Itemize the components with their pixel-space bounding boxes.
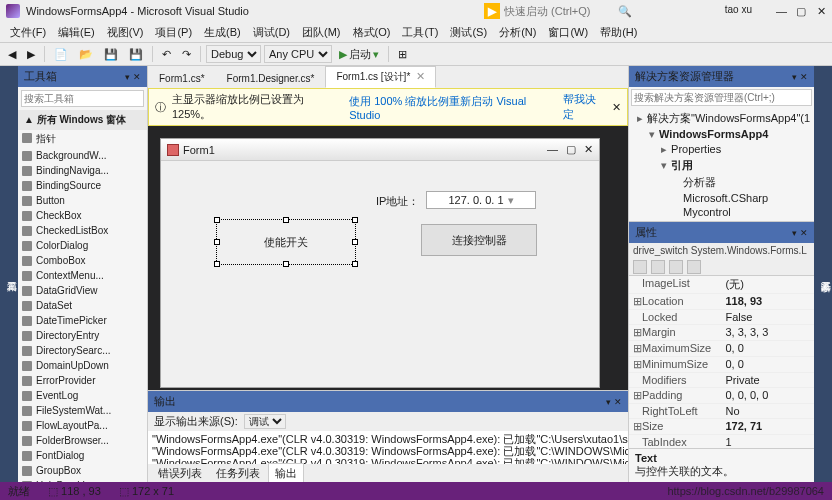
property-row[interactable]: ⊞Padding0, 0, 0, 0 [629,388,814,404]
document-tab[interactable]: Form1.cs* [148,69,216,88]
menu-item[interactable]: 编辑(E) [52,23,101,42]
connect-button[interactable]: 连接控制器 [421,224,537,256]
alpha-icon[interactable] [651,260,665,274]
property-row[interactable]: ⊞Location118, 93 [629,294,814,310]
properties-object[interactable]: drive_switch System.Windows.Forms.L [629,243,814,258]
drive-switch-control[interactable]: 使能开关 [216,219,356,265]
tree-node[interactable]: ▸ 解决方案"WindowsFormsApp4"(1 [631,110,812,127]
open-icon[interactable]: 📂 [75,46,97,63]
toolbox-item[interactable]: DataGridView [18,283,147,298]
close-icon[interactable]: ✕ [816,5,826,18]
output-source-select[interactable]: 调试 [244,414,286,429]
toolbox-item[interactable]: CheckedListBox [18,223,147,238]
form1[interactable]: Form1 —▢✕ IP地址： 127. 0. 0. 1▾ 连接控制器 使能开关 [160,138,600,388]
toolbox-category[interactable]: ▲ 所有 Windows 窗体 [18,110,147,130]
toolbox-item[interactable]: Button [18,193,147,208]
pin-icon[interactable]: ▾ ✕ [792,72,808,82]
left-rail-toolbox[interactable]: 工具箱 [0,66,18,482]
menu-item[interactable]: 团队(M) [296,23,347,42]
property-row[interactable]: TabIndex1 [629,435,814,448]
menu-item[interactable]: 文件(F) [4,23,52,42]
quick-launch[interactable]: ▶ 🔍 [484,0,632,22]
minimize-icon[interactable]: — [776,5,786,18]
toolbox-item[interactable]: DirectorySearc... [18,343,147,358]
toolbox-item[interactable]: FlowLayoutPa... [18,418,147,433]
toolbox-item[interactable]: CheckBox [18,208,147,223]
toolbox-item[interactable]: BackgroundW... [18,148,147,163]
tab-tasks[interactable]: 任务列表 [210,464,266,483]
categorize-icon[interactable] [633,260,647,274]
property-row[interactable]: ⊞MaximumSize0, 0 [629,341,814,357]
menu-item[interactable]: 视图(V) [101,23,150,42]
save-icon[interactable]: 💾 [100,46,122,63]
toolbox-item[interactable]: BindingNaviga... [18,163,147,178]
tab-errorlist[interactable]: 错误列表 [152,464,208,483]
toolbox-item[interactable]: ContextMenu... [18,268,147,283]
property-row[interactable]: RightToLeftNo [629,404,814,419]
property-row[interactable]: LockedFalse [629,310,814,325]
menu-item[interactable]: 生成(B) [198,23,247,42]
toolbox-item[interactable]: DomainUpDown [18,358,147,373]
tab-output[interactable]: 输出 [268,463,304,483]
pin-icon[interactable]: ▾ ✕ [792,228,808,238]
tree-node[interactable]: ▾ 引用 [631,157,812,174]
toolbox-item[interactable]: GroupBox [18,463,147,478]
toolbox-item[interactable]: BindingSource [18,178,147,193]
tree-node[interactable]: Microsoft.CSharp [631,191,812,205]
platform-select[interactable]: Any CPU [264,45,332,63]
maximize-icon[interactable]: ▢ [796,5,806,18]
toolbox-item[interactable]: DataSet [18,298,147,313]
search-icon[interactable]: 🔍 [618,5,632,18]
toolbox-search[interactable] [21,90,144,107]
toolbox-item[interactable]: 指针 [18,130,147,148]
tree-node[interactable]: Mycontrol [631,205,812,219]
ip-label[interactable]: IP地址： [376,194,419,209]
right-rail[interactable]: 诊断工具 [814,66,832,482]
ip-input[interactable]: 127. 0. 0. 1▾ [426,191,536,209]
toolbox-item[interactable]: FileSystemWat... [18,403,147,418]
tree-node[interactable]: ▸ Properties [631,142,812,157]
form-designer[interactable]: Form1 —▢✕ IP地址： 127. 0. 0. 1▾ 连接控制器 使能开关 [148,126,628,390]
menu-item[interactable]: 项目(P) [149,23,198,42]
events-icon[interactable] [687,260,701,274]
toolbox-item[interactable]: EventLog [18,388,147,403]
output-body[interactable]: "WindowsFormsApp4.exe"(CLR v4.0.30319: W… [148,431,628,464]
config-select[interactable]: Debug [206,45,261,63]
menu-item[interactable]: 工具(T) [396,23,444,42]
toolbox-item[interactable]: DirectoryEntry [18,328,147,343]
toolbox-item[interactable]: DateTimePicker [18,313,147,328]
props-icon[interactable] [669,260,683,274]
menu-item[interactable]: 分析(N) [493,23,542,42]
notification-flag-icon[interactable]: ▶ [484,3,500,19]
tree-node[interactable]: ▾ WindowsFormsApp4 [631,127,812,142]
pin-icon[interactable]: ▾ ✕ [606,397,622,407]
properties-grid[interactable]: ImageList(无)⊞Location118, 93LockedFalse⊞… [629,276,814,448]
property-row[interactable]: ⊞Size172, 71 [629,419,814,435]
property-row[interactable]: ImageList(无) [629,276,814,294]
toolbox-item[interactable]: ErrorProvider [18,373,147,388]
solution-tree[interactable]: ▸ 解决方案"WindowsFormsApp4"(1▾ WindowsForms… [629,108,814,221]
infobar-restart-link[interactable]: 使用 100% 缩放比例重新启动 Visual Studio [349,94,557,121]
nav-fwd-icon[interactable]: ▶ [23,46,39,63]
pin-icon[interactable]: ▾ ✕ [125,72,141,82]
infobar-close-icon[interactable]: ✕ [612,101,621,114]
start-debug-button[interactable]: ▶ 启动 ▾ [335,45,383,64]
quick-launch-input[interactable] [504,5,614,17]
new-project-icon[interactable]: 📄 [50,46,72,63]
menu-item[interactable]: 测试(S) [444,23,493,42]
signed-in-user[interactable]: tao xu [725,4,752,15]
infobar-help-link[interactable]: 帮我决定 [563,92,606,122]
tree-node[interactable]: 分析器 [631,174,812,191]
toolbox-item[interactable]: ComboBox [18,253,147,268]
property-row[interactable]: ⊞Margin3, 3, 3, 3 [629,325,814,341]
toolbox-item[interactable]: ColorDialog [18,238,147,253]
redo-icon[interactable]: ↷ [178,46,195,63]
menu-item[interactable]: 帮助(H) [594,23,643,42]
toolbox-item[interactable]: FolderBrowser... [18,433,147,448]
document-tab[interactable]: Form1.cs [设计]*✕ [325,66,436,88]
nav-back-icon[interactable]: ◀ [4,46,20,63]
menu-item[interactable]: 格式(O) [347,23,397,42]
align-icon[interactable]: ⊞ [394,46,411,63]
save-all-icon[interactable]: 💾 [125,46,147,63]
toolbox-item[interactable]: FontDialog [18,448,147,463]
